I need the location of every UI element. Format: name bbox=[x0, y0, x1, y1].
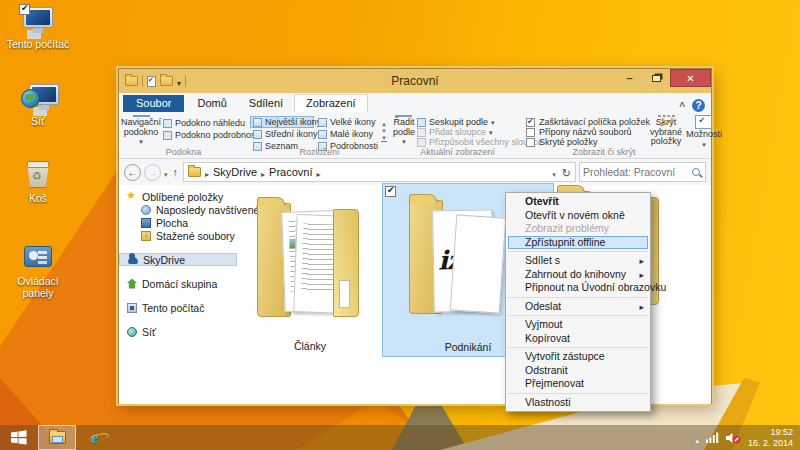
file-extensions-option[interactable]: Přípony názvů souborů bbox=[526, 127, 650, 137]
menu-item-rename[interactable]: Přejmenovat bbox=[506, 377, 650, 391]
menu-item-open-new-window[interactable]: Otevřít v novém okně bbox=[506, 209, 650, 223]
tray-time: 19:52 bbox=[748, 427, 793, 438]
clock[interactable]: 19:52 16. 2. 2014 bbox=[748, 427, 793, 448]
layout-option-largest-icons[interactable]: Největší ikony bbox=[250, 116, 314, 128]
sort-by-icon bbox=[395, 115, 412, 117]
sidebar-item-network[interactable]: Síť bbox=[119, 325, 237, 338]
maximize-button[interactable] bbox=[643, 69, 670, 87]
submenu-arrow-icon bbox=[639, 268, 644, 283]
item-checkbox-icon[interactable] bbox=[385, 186, 396, 197]
menu-item-make-available-offline[interactable]: Zpřístupnit offline bbox=[508, 236, 648, 250]
navigation-pane-button[interactable]: Navigační podokno bbox=[121, 114, 161, 146]
checked-checkbox-icon[interactable] bbox=[526, 118, 535, 127]
desktop-icon-network[interactable]: Síť bbox=[6, 83, 70, 127]
dropdown-caret-icon bbox=[402, 137, 406, 147]
breadcrumb[interactable]: SkyDrive Pracovní bbox=[183, 162, 576, 182]
forward-button[interactable] bbox=[144, 164, 161, 181]
menu-item-send-to[interactable]: Odeslat bbox=[506, 300, 650, 314]
globe-icon bbox=[21, 89, 40, 108]
layout-option-small-icons[interactable]: Malé ikony bbox=[315, 128, 379, 140]
menu-item-cut[interactable]: Vyjmout bbox=[506, 318, 650, 332]
layout-option-medium-icons[interactable]: Střední ikony bbox=[250, 128, 314, 140]
menu-separator bbox=[508, 297, 648, 298]
back-button[interactable] bbox=[124, 164, 141, 181]
explorer-icon[interactable] bbox=[125, 76, 138, 86]
system-tray: 19:52 16. 2. 2014 bbox=[695, 427, 800, 448]
options-button[interactable]: Možnosti bbox=[686, 114, 722, 149]
menu-item-include-in-library[interactable]: Zahrnout do knihovny bbox=[506, 268, 650, 282]
sidebar-item-favorites[interactable]: Oblíbené položky bbox=[119, 190, 237, 203]
recent-locations-caret-icon[interactable] bbox=[164, 163, 168, 181]
navigation-pane: Oblíbené položky Naposledy navštívené Pl… bbox=[119, 185, 237, 404]
start-button[interactable] bbox=[0, 425, 38, 450]
taskbar: e 19:52 16. 2. 2014 bbox=[0, 425, 800, 450]
breadcrumb-separator-icon bbox=[261, 163, 265, 181]
sidebar-item-skydrive[interactable]: SkyDrive bbox=[119, 253, 237, 266]
show-hidden-icons-chevron-icon[interactable] bbox=[695, 429, 699, 447]
small-icons-icon bbox=[318, 130, 327, 139]
help-icon[interactable] bbox=[692, 99, 705, 112]
ribbon-tab-row: Soubor Domů Sdílení Zobrazení bbox=[119, 93, 711, 112]
search-icon bbox=[691, 167, 702, 178]
search-input[interactable] bbox=[583, 166, 691, 178]
ribbon-group-layout: Největší ikony Velké ikony Střední ikony… bbox=[248, 112, 391, 158]
sidebar-item-this-pc[interactable]: Tento počítač bbox=[119, 301, 237, 314]
desktop-icon-recycle-bin[interactable]: Koš bbox=[6, 160, 70, 204]
breadcrumb-segment-skydrive[interactable]: SkyDrive bbox=[213, 166, 257, 178]
up-button[interactable] bbox=[171, 166, 181, 178]
tab-home[interactable]: Domů bbox=[186, 95, 237, 112]
tab-share[interactable]: Sdílení bbox=[238, 95, 294, 112]
item-checkbox-icon[interactable] bbox=[19, 4, 30, 15]
breadcrumb-separator-icon bbox=[205, 163, 209, 181]
unchecked-checkbox-icon[interactable] bbox=[526, 128, 535, 137]
new-folder-icon[interactable] bbox=[160, 76, 173, 86]
desktop-icon-control-panel[interactable]: Ovládací panely bbox=[6, 243, 70, 299]
item-checkboxes-option[interactable]: Zaškrtávací políčka položek bbox=[526, 117, 650, 127]
hide-selected-button[interactable]: Skrýt vybrané položky bbox=[650, 114, 682, 146]
menu-item-share-with[interactable]: Sdílet s bbox=[506, 254, 650, 268]
tab-view[interactable]: Zobrazení bbox=[294, 94, 368, 112]
network-signal-icon[interactable] bbox=[706, 432, 719, 443]
title-bar[interactable]: Pracovní bbox=[119, 69, 711, 93]
sort-by-button[interactable]: Řadit podle bbox=[393, 114, 415, 146]
menu-item-delete[interactable]: Odstranit bbox=[506, 364, 650, 378]
window-controls bbox=[616, 69, 711, 93]
menu-item-copy[interactable]: Kopírovat bbox=[506, 332, 650, 346]
refresh-icon[interactable] bbox=[562, 163, 571, 181]
desktop-icon bbox=[141, 218, 151, 228]
menu-item-open[interactable]: Otevřít bbox=[506, 195, 650, 209]
desktop-icon-this-pc[interactable]: Tento počítač bbox=[6, 6, 70, 50]
scroll-up-icon[interactable]: ▲ bbox=[381, 121, 387, 127]
desktop-icon-label: Ovládací panely bbox=[6, 275, 70, 299]
layout-option-large-icons[interactable]: Velké ikony bbox=[315, 116, 379, 128]
sidebar-item-homegroup[interactable]: Domácí skupina bbox=[119, 277, 237, 290]
address-dropdown-caret-icon[interactable] bbox=[552, 163, 556, 181]
sidebar-item-recent[interactable]: Naposledy navštívené bbox=[119, 203, 237, 216]
medium-icons-icon bbox=[253, 130, 262, 139]
qat-customize-caret-icon[interactable] bbox=[177, 72, 181, 90]
tab-file[interactable]: Soubor bbox=[123, 95, 184, 112]
minimize-button[interactable] bbox=[616, 69, 643, 87]
menu-item-view-problems[interactable]: Zobrazit problémy bbox=[506, 222, 650, 236]
sidebar-item-downloads[interactable]: Stažené soubory bbox=[119, 229, 237, 242]
menu-item-pin-to-start[interactable]: Připnout na Úvodní obrazovku bbox=[506, 281, 650, 295]
folder-tile-clanky[interactable]: Články bbox=[241, 187, 379, 355]
unchecked-checkbox-icon[interactable] bbox=[526, 138, 535, 147]
close-button[interactable] bbox=[670, 69, 711, 87]
menu-separator bbox=[508, 393, 648, 394]
taskbar-file-explorer-button[interactable] bbox=[38, 425, 76, 450]
hidden-items-option[interactable]: Skryté položky bbox=[526, 137, 650, 147]
properties-icon[interactable] bbox=[147, 76, 156, 87]
recent-places-icon bbox=[141, 205, 151, 215]
menu-item-create-shortcut[interactable]: Vytvořit zástupce bbox=[506, 350, 650, 364]
large-icons-icon bbox=[318, 118, 327, 127]
more-layouts-icon[interactable]: ▼ bbox=[381, 135, 387, 142]
scroll-down-icon[interactable]: ▼ bbox=[381, 128, 387, 134]
search-box[interactable] bbox=[579, 162, 706, 182]
desktop-icon-label: Síť bbox=[6, 115, 70, 127]
menu-item-properties[interactable]: Vlastnosti bbox=[506, 396, 650, 410]
breadcrumb-segment-pracovni[interactable]: Pracovní bbox=[269, 166, 312, 178]
taskbar-internet-explorer-button[interactable]: e bbox=[76, 425, 114, 450]
volume-muted-icon[interactable] bbox=[726, 432, 741, 444]
sidebar-item-desktop[interactable]: Plocha bbox=[119, 216, 237, 229]
